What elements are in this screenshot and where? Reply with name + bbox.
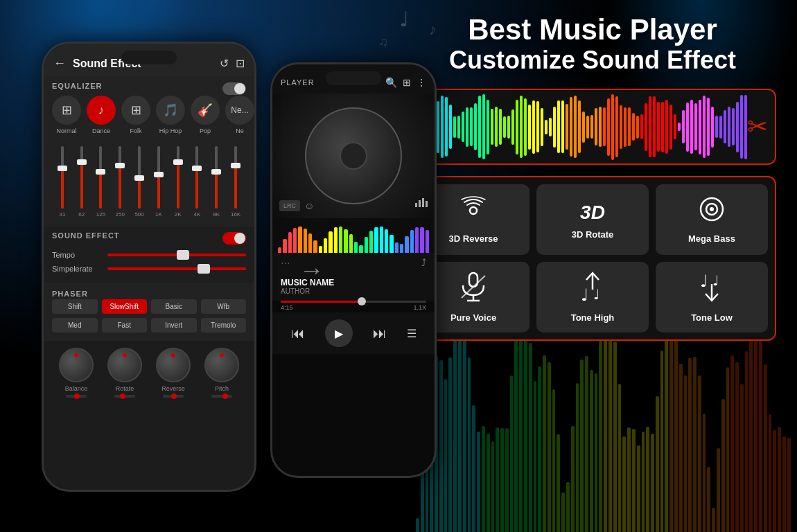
tempo-slider[interactable] xyxy=(107,254,246,256)
eq-slider-4K[interactable]: 4K xyxy=(190,146,205,218)
rphone-spec-bar-15 xyxy=(354,242,358,253)
rotate-ind-dot xyxy=(120,393,125,399)
eq-slider-2K[interactable]: 2K xyxy=(170,146,186,218)
rotate-knob[interactable] xyxy=(107,348,142,382)
preset-normal[interactable]: ⊞ Normal xyxy=(52,96,81,134)
knob-pitch[interactable]: Pitch xyxy=(204,348,239,398)
preset-pop[interactable]: 🎸 Pop xyxy=(191,96,220,134)
face-icon[interactable]: ☺ xyxy=(304,200,314,211)
waveform-bar-63 xyxy=(678,123,681,131)
play-button[interactable]: ▶ xyxy=(325,319,353,347)
refresh-icon[interactable]: ↺ xyxy=(220,57,229,70)
eq-slider-125[interactable]: 125 xyxy=(94,146,109,218)
effect-mega-bass[interactable]: Mega Bass xyxy=(656,184,768,255)
rphone-title: PLAYER xyxy=(281,78,315,87)
left-phone-screen: ← Sound Effect ↺ ⊡ EQUALIZER xyxy=(44,44,254,490)
phaser-slowshift[interactable]: SlowShift xyxy=(102,299,148,314)
eq-slider-31[interactable]: 31 xyxy=(55,146,70,218)
playlist-button[interactable]: ☰ xyxy=(407,327,417,340)
waveform-bar-18 xyxy=(491,109,493,145)
phaser-tremolo[interactable]: Tremolo xyxy=(201,318,247,332)
eq-slider-250[interactable]: 250 xyxy=(112,146,128,218)
phaser-shift[interactable]: Shift xyxy=(52,299,98,314)
rphone-spec-bar-19 xyxy=(374,227,378,253)
phaser-basic[interactable]: Basic xyxy=(151,299,197,314)
spec-bg-bar-45 xyxy=(627,427,631,532)
eq-slider-8K[interactable]: 8K xyxy=(209,146,224,218)
rphone-spec-bar-18 xyxy=(369,231,373,253)
share-icon[interactable]: ⤴ xyxy=(421,257,426,268)
waveform-bar-7 xyxy=(445,97,448,157)
preset-folk[interactable]: ⊞ Folk xyxy=(121,96,150,134)
eq-slider-1K[interactable]: 1K xyxy=(151,146,166,218)
spec-bg-bar-24 xyxy=(529,343,532,532)
eq-thumb-62 xyxy=(77,159,87,165)
phaser-fast[interactable]: Fast xyxy=(102,318,148,332)
eq-slider-16K[interactable]: 16K xyxy=(228,146,243,218)
eq-freq-16K: 16K xyxy=(231,211,240,218)
eq-slider-500[interactable]: 500 xyxy=(132,146,147,218)
waveform-bar-78 xyxy=(740,95,743,159)
more-options-icon[interactable]: ··· xyxy=(281,257,290,269)
simpelerate-slider[interactable] xyxy=(107,267,246,270)
waveform-bar-44 xyxy=(599,107,602,147)
rphone-eq-icon[interactable]: ⊞ xyxy=(403,77,411,88)
phaser-wfb[interactable]: Wfb xyxy=(201,299,247,314)
svg-rect-0 xyxy=(415,203,417,207)
knob-reverse[interactable]: Reverse xyxy=(156,348,191,398)
preset-dance[interactable]: ♪ Dance xyxy=(87,96,116,134)
phone-left: ← Sound Effect ↺ ⊡ EQUALIZER xyxy=(42,42,256,492)
effect-tone-low[interactable]: ♩ ♩ Tone Low xyxy=(656,262,768,332)
eq-freq-62: 62 xyxy=(78,211,85,218)
knob-rotate[interactable]: Rotate xyxy=(107,348,142,398)
waveform-bar-11 xyxy=(462,112,464,142)
reverse-knob[interactable] xyxy=(156,348,191,382)
phaser-invert[interactable]: Invert xyxy=(151,318,197,332)
phones-container: ← Sound Effect ↺ ⊡ EQUALIZER xyxy=(42,21,450,520)
back-arrow-icon[interactable]: ← xyxy=(53,56,66,71)
waveform-bar-5 xyxy=(437,101,439,153)
waveform-bar-26 xyxy=(524,98,527,156)
pitch-ind-dot xyxy=(222,393,228,399)
preset-more-icon: Ne... xyxy=(225,96,254,125)
rphone-spec-bar-26 xyxy=(410,230,414,253)
progress-bar[interactable] xyxy=(281,301,426,303)
equalizer-toggle[interactable] xyxy=(222,82,246,95)
rphone-spec-bar-13 xyxy=(344,229,347,254)
save-icon[interactable]: ⊡ xyxy=(236,57,245,70)
waveform-bar-56 xyxy=(649,96,651,157)
eq-track-250 xyxy=(119,146,121,209)
pitch-knob-dot xyxy=(220,353,224,357)
equalizer-visual-icon[interactable] xyxy=(414,195,428,211)
progress-fill xyxy=(281,301,361,303)
rphone-search-icon[interactable]: 🔍 xyxy=(385,77,397,88)
eq-slider-62[interactable]: 62 xyxy=(74,146,89,218)
spec-bg-bar-47 xyxy=(637,445,640,532)
eq-thumb-2K xyxy=(173,159,183,165)
phaser-med[interactable]: Med xyxy=(52,318,98,332)
playback-speed[interactable]: 1.1X xyxy=(413,304,426,311)
equalizer-label: EQUALIZER xyxy=(52,82,103,90)
spec-bg-bar-42 xyxy=(613,342,617,532)
spec-bg-bar-57 xyxy=(684,375,687,532)
waveform-bar-52 xyxy=(632,113,635,141)
effect-tone-high[interactable]: ♩ ♩ Tone High xyxy=(536,262,649,332)
pitch-knob[interactable] xyxy=(204,348,239,382)
spec-bg-bar-50 xyxy=(651,434,654,532)
lrc-badge[interactable]: LRC xyxy=(279,200,300,211)
waveform-bar-39 xyxy=(578,100,581,153)
eq-fill-1K xyxy=(157,177,160,209)
knob-balance[interactable]: Balance xyxy=(59,348,94,398)
preset-more[interactable]: Ne... Ne xyxy=(225,96,254,134)
rphone-menu-icon[interactable]: ⋮ xyxy=(417,77,426,88)
rphone-spec-bar-24 xyxy=(400,244,403,253)
balance-knob[interactable] xyxy=(59,348,94,382)
next-button[interactable]: ⏭ xyxy=(373,326,387,342)
waveform-bar-8 xyxy=(449,105,452,149)
rphone-spec-bar-16 xyxy=(359,245,362,253)
sound-effect-toggle[interactable] xyxy=(222,232,246,245)
sound-effect-toggle-knob xyxy=(234,233,245,244)
prev-button[interactable]: ⏮ xyxy=(291,326,305,342)
effect-3d-rotate[interactable]: 3D 3D Rotate xyxy=(536,184,649,255)
preset-hiphop[interactable]: 🎵 Hip Hop xyxy=(156,96,185,134)
